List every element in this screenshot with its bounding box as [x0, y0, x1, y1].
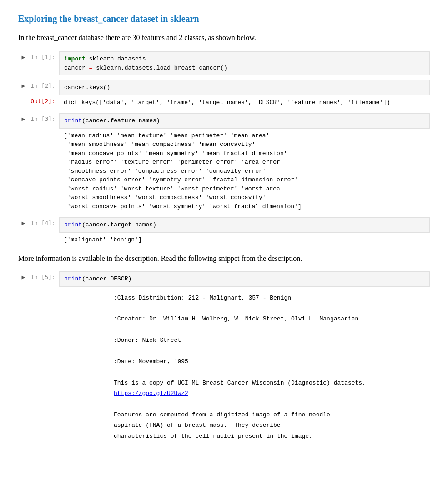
out-4-label	[18, 234, 59, 235]
date-line: :Date: November, 1995	[114, 356, 425, 367]
output-3: ['mean radius' 'mean texture' 'mean peri…	[18, 130, 430, 213]
out-2-label: Out[2]:	[18, 96, 59, 105]
run-icon-3[interactable]: ▶	[22, 115, 25, 122]
cell-5-label: ▶ In [5]:	[18, 271, 59, 280]
creator-line: :Creator: Dr. William H. Wolberg, W. Nic…	[114, 314, 425, 324]
cell-1-label: ▶ In [1]:	[18, 51, 59, 60]
descr-output: :Class Distribution: 212 - Malignant, 35…	[18, 288, 430, 446]
builtin-print-5: print	[64, 275, 82, 282]
cell-2-code[interactable]: cancer.keys()	[59, 80, 430, 95]
intro-text: In the breast_cancer database there are …	[18, 32, 430, 43]
copy-text-line: This is a copy of UCI ML Breast Cancer W…	[114, 378, 425, 388]
run-icon-1[interactable]: ▶	[22, 54, 25, 60]
middle-text: More information is available in the des…	[18, 253, 430, 264]
cell-2-label: ▶ In [2]:	[18, 80, 59, 89]
donor-line: :Donor: Nick Street	[114, 335, 425, 345]
out-2-text: dict_keys(['data', 'target', 'frame', 't…	[59, 96, 430, 109]
run-icon-4[interactable]: ▶	[22, 220, 25, 226]
builtin-print-4: print	[64, 221, 82, 228]
cell-1-code[interactable]: import sklearn.datasets cancer = sklearn…	[59, 51, 430, 75]
features-text: Features are computed from a digitized i…	[114, 410, 425, 441]
run-icon-2[interactable]: ▶	[22, 82, 25, 89]
class-dist-line: :Class Distribution: 212 - Malignant, 35…	[114, 293, 425, 303]
out-3-text: ['mean radius' 'mean texture' 'mean peri…	[59, 130, 430, 213]
run-icon-5[interactable]: ▶	[22, 274, 25, 280]
uci-link[interactable]: https://goo.gl/U2Uwz2	[114, 390, 188, 397]
keyword-import: import	[64, 55, 86, 62]
op-equals: =	[89, 65, 93, 71]
output-2: Out[2]: dict_keys(['data', 'target', 'fr…	[18, 96, 430, 109]
builtin-print: print	[64, 117, 82, 124]
cell-2: ▶ In [2]: cancer.keys() Out[2]: dict_key…	[18, 80, 430, 109]
cell-3: ▶ In [3]: print(cancer.feature_names) ['…	[18, 113, 430, 213]
cell-4-label: ▶ In [4]:	[18, 217, 59, 226]
output-4: ['malignant' 'benign']	[18, 234, 430, 246]
cell-1: ▶ In [1]: import sklearn.datasets cancer…	[18, 51, 430, 75]
cell-4-code[interactable]: print(cancer.target_names)	[59, 217, 430, 233]
cell-3-code[interactable]: print(cancer.feature_names)	[59, 113, 430, 129]
cell-5-code[interactable]: print(cancer.DESCR)	[59, 271, 430, 287]
descr-output-text: :Class Distribution: 212 - Malignant, 35…	[59, 288, 430, 446]
descr-out-label	[18, 288, 59, 290]
cell-5: ▶ In [5]: print(cancer.DESCR) :Class Dis…	[18, 271, 430, 446]
out-3-label	[18, 130, 59, 131]
page-title: Exploring the breast_cancer dataset in s…	[18, 14, 430, 24]
out-4-text: ['malignant' 'benign']	[59, 234, 430, 246]
cell-3-label: ▶ In [3]:	[18, 113, 59, 122]
cell-4: ▶ In [4]: print(cancer.target_names) ['m…	[18, 217, 430, 246]
